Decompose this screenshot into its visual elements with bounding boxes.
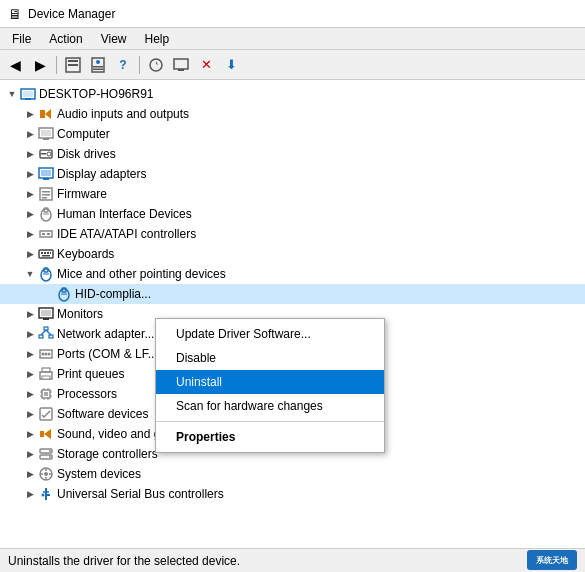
svg-point-80 — [44, 472, 48, 476]
expand-usb[interactable]: ▶ — [22, 486, 38, 502]
toolbar-delete-btn[interactable]: ✕ — [195, 54, 217, 76]
toolbar-scan-btn[interactable] — [145, 54, 167, 76]
svg-point-77 — [49, 450, 51, 452]
svg-point-87 — [42, 494, 45, 497]
tree-disk[interactable]: ▶ Disk drives — [0, 144, 585, 164]
svg-rect-40 — [42, 255, 50, 257]
icon-network — [38, 326, 54, 342]
icon-hid-comply — [56, 286, 72, 302]
context-scan[interactable]: Scan for hardware changes — [156, 394, 384, 418]
icon-print — [38, 366, 54, 382]
expand-monitors[interactable]: ▶ — [22, 306, 38, 322]
svg-rect-51 — [39, 335, 43, 338]
svg-rect-30 — [44, 208, 48, 212]
context-properties[interactable]: Properties — [156, 425, 384, 449]
toolbar-back-btn[interactable]: ◀ — [4, 54, 26, 76]
tree-display-label: Display adapters — [57, 167, 146, 181]
svg-marker-15 — [45, 109, 51, 119]
icon-monitors — [38, 306, 54, 322]
svg-rect-21 — [41, 153, 46, 155]
svg-point-58 — [48, 353, 51, 356]
expand-software[interactable]: ▶ — [22, 406, 38, 422]
expand-mice[interactable]: ▼ — [22, 266, 38, 282]
svg-point-4 — [96, 60, 100, 64]
tree-storage-label: Storage controllers — [57, 447, 158, 461]
icon-keyboards — [38, 246, 54, 262]
svg-rect-73 — [40, 431, 44, 437]
tree-display[interactable]: ▶ Display adapters — [0, 164, 585, 184]
toolbar: ◀ ▶ ? ✕ ⬇ — [0, 50, 585, 80]
icon-audio — [38, 106, 54, 122]
icon-ports — [38, 346, 54, 362]
expand-display[interactable]: ▶ — [22, 166, 38, 182]
toolbar-sep-1 — [56, 56, 57, 74]
tree-hid[interactable]: ▶ Human Interface Devices — [0, 204, 585, 224]
menu-view[interactable]: View — [93, 30, 135, 48]
icon-usb — [38, 486, 54, 502]
context-disable[interactable]: Disable — [156, 346, 384, 370]
tree-monitors-label: Monitors — [57, 307, 103, 321]
tree-usb[interactable]: ▶ Universal Serial Bus controllers — [0, 484, 585, 504]
title-bar-icon: 🖥 — [8, 6, 22, 22]
toolbar-display-btn[interactable] — [170, 54, 192, 76]
tree-computer[interactable]: ▶ Computer — [0, 124, 585, 144]
icon-display — [38, 166, 54, 182]
icon-mice — [38, 266, 54, 282]
tree-system[interactable]: ▶ System devices — [0, 464, 585, 484]
svg-rect-50 — [44, 327, 48, 330]
tree-root[interactable]: ▼ DESKTOP-HO96R91 — [0, 84, 585, 104]
toolbar-forward-btn[interactable]: ▶ — [29, 54, 51, 76]
svg-rect-27 — [42, 194, 50, 196]
tree-disk-label: Disk drives — [57, 147, 116, 161]
tree-mice[interactable]: ▼ Mice and other pointing devices — [0, 264, 585, 284]
device-tree[interactable]: ▼ DESKTOP-HO96R91 ▶ Audio inputs and out… — [0, 80, 585, 548]
svg-rect-23 — [41, 170, 51, 176]
context-uninstall[interactable]: Uninstall — [156, 370, 384, 394]
icon-software — [38, 406, 54, 422]
expand-computer[interactable]: ▶ — [22, 126, 38, 142]
menu-action[interactable]: Action — [41, 30, 90, 48]
expand-audio[interactable]: ▶ — [22, 106, 38, 122]
menu-help[interactable]: Help — [137, 30, 178, 48]
expand-ports[interactable]: ▶ — [22, 346, 38, 362]
svg-point-78 — [49, 456, 51, 458]
toolbar-help-btn[interactable]: ? — [112, 54, 134, 76]
context-separator — [156, 421, 384, 422]
expand-firmware[interactable]: ▶ — [22, 186, 38, 202]
expand-print[interactable]: ▶ — [22, 366, 38, 382]
icon-disk — [38, 146, 54, 162]
expand-disk[interactable]: ▶ — [22, 146, 38, 162]
tree-audio[interactable]: ▶ Audio inputs and outputs — [0, 104, 585, 124]
svg-rect-34 — [47, 233, 50, 235]
svg-point-44 — [59, 289, 69, 301]
toolbar-properties-btn[interactable] — [62, 54, 84, 76]
status-text: Uninstalls the driver for the selected d… — [8, 554, 240, 568]
toolbar-update-btn[interactable] — [87, 54, 109, 76]
expand-hid[interactable]: ▶ — [22, 206, 38, 222]
main-content: ▼ DESKTOP-HO96R91 ▶ Audio inputs and out… — [0, 80, 585, 548]
expand-proc[interactable]: ▶ — [22, 386, 38, 402]
svg-point-7 — [150, 59, 162, 71]
toolbar-add-btn[interactable]: ⬇ — [220, 54, 242, 76]
svg-rect-33 — [42, 233, 45, 235]
expand-root[interactable]: ▼ — [4, 86, 20, 102]
icon-system — [38, 466, 54, 482]
tree-usb-label: Universal Serial Bus controllers — [57, 487, 224, 501]
svg-point-57 — [45, 353, 48, 356]
expand-keyboards[interactable]: ▶ — [22, 246, 38, 262]
context-update-driver[interactable]: Update Driver Software... — [156, 322, 384, 346]
svg-rect-10 — [178, 69, 184, 71]
tree-network-label: Network adapter... — [57, 327, 154, 341]
menu-file[interactable]: File — [4, 30, 39, 48]
tree-ide[interactable]: ▶ IDE ATA/ATAPI controllers — [0, 224, 585, 244]
tree-computer-label: Computer — [57, 127, 110, 141]
expand-system[interactable]: ▶ — [22, 466, 38, 482]
expand-storage[interactable]: ▶ — [22, 446, 38, 462]
expand-ide[interactable]: ▶ — [22, 226, 38, 242]
tree-keyboards[interactable]: ▶ Keyboards — [0, 244, 585, 264]
tree-hid-comply[interactable]: HID-complia... — [0, 284, 585, 304]
expand-sound[interactable]: ▶ — [22, 426, 38, 442]
tree-firmware[interactable]: ▶ Firmware — [0, 184, 585, 204]
expand-network[interactable]: ▶ — [22, 326, 38, 342]
svg-point-20 — [47, 152, 51, 156]
